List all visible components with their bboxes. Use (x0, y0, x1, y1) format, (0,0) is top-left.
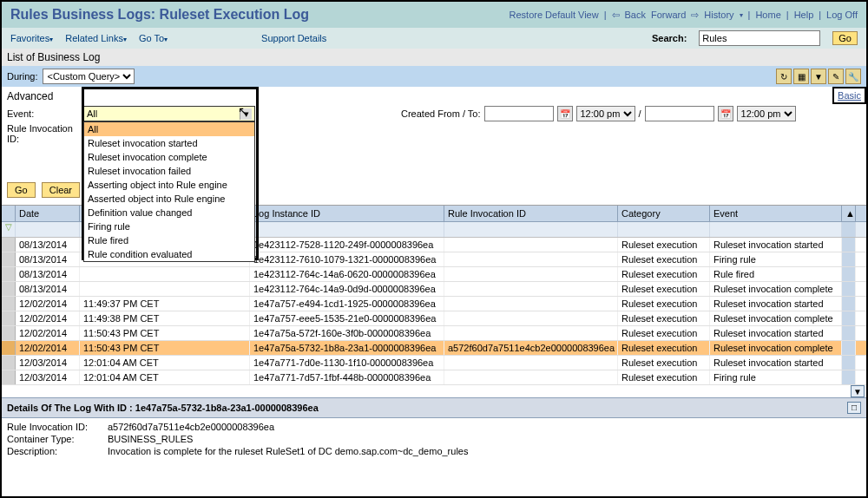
nav-related[interactable]: Related Links▾ (65, 33, 127, 43)
col-ruleinv[interactable]: Rule Invocation ID (444, 206, 618, 221)
event-option[interactable]: Rule condition evaluated (84, 247, 254, 261)
detail-ruleinv-label: Rule Invocation ID: (7, 422, 108, 432)
export-icon[interactable]: ▦ (793, 69, 809, 84)
rule-invocation-label: Rule Invocation ID: (7, 123, 83, 144)
event-option[interactable]: Asserting object into Rule engine (84, 178, 254, 192)
table-row[interactable]: 12/02/201411:49:37 PM CET1e47a757-e494-1… (2, 297, 866, 311)
during-select[interactable]: <Custom Query> (43, 69, 135, 84)
logoff-link[interactable]: Log Off (826, 10, 858, 20)
event-option[interactable]: Ruleset invocation started (84, 136, 254, 150)
scroll-up-icon[interactable]: ▲ (842, 206, 856, 221)
table-row[interactable]: 08/13/20141e423112-764c-14a6-0620-000000… (2, 267, 866, 282)
detail-desc-label: Description: (7, 446, 108, 456)
detail-container-value: BUSINESS_RULES (108, 434, 193, 444)
toolbar-icons: ↻ ▦ ▼ ✎ 🔧 (776, 69, 861, 84)
time-to-select[interactable]: 12:00 pm (737, 106, 796, 121)
help-link[interactable]: Help (794, 10, 814, 20)
list-title: List of Business Log (2, 49, 866, 66)
collapse-icon[interactable]: □ (847, 402, 861, 414)
search-go-button[interactable]: Go (832, 31, 858, 45)
details-header: Details Of The Log With ID : 1e47a75a-57… (2, 397, 866, 418)
calendar-from-icon[interactable]: 📅 (557, 106, 573, 121)
table-row[interactable]: 12/03/201412:01:04 AM CET1e47a771-7d57-1… (2, 370, 866, 385)
nav-bar: Favorites▾ Related Links▾ Go To▾ Support… (2, 28, 866, 49)
query-bar: During: <Custom Query> ↻ ▦ ▼ ✎ 🔧 Basic (2, 66, 866, 87)
filter-icon[interactable]: ▼ (811, 69, 826, 84)
home-link[interactable]: Home (755, 10, 780, 20)
detail-container-label: Container Type: (7, 434, 108, 444)
filter-icon[interactable]: ▽ (2, 222, 16, 237)
history-link[interactable]: History (704, 10, 733, 20)
event-option[interactable]: Asserted object into Rule engine (84, 192, 254, 206)
forward-arrow-icon[interactable]: ⇨ (691, 10, 699, 21)
during-label: During: (7, 71, 37, 82)
back-arrow-icon[interactable]: ⇦ (612, 10, 620, 21)
details-title: Details Of The Log With ID : 1e47a75a-57… (7, 403, 319, 413)
time-from-select[interactable]: 12:00 pm (576, 106, 635, 121)
details-body: Rule Invocation ID:a572f60d7a7511e4cb2e0… (2, 418, 866, 462)
col-logid[interactable]: Log Instance ID (250, 206, 444, 221)
forward-link[interactable]: Forward (651, 10, 686, 20)
event-option[interactable]: All (84, 122, 254, 136)
event-option[interactable]: Firing rule (84, 220, 254, 233)
event-option[interactable]: Definition value changed (84, 206, 254, 220)
table-row[interactable]: 12/02/201411:49:38 PM CET1e47a757-eee5-1… (2, 311, 866, 326)
go-button[interactable]: Go (7, 182, 36, 198)
nav-support[interactable]: Support Details (261, 33, 326, 43)
detail-ruleinv-value: a572f60d7a7511e4cb2e0000008396ea (108, 422, 274, 432)
event-option[interactable]: Ruleset invocation failed (84, 164, 254, 178)
nav-favorites[interactable]: Favorites▾ (10, 33, 53, 43)
tools-icon[interactable]: 🔧 (845, 69, 861, 84)
date-to-input[interactable] (645, 106, 714, 121)
detail-desc-value: Invocation is complete for the ruleset R… (108, 446, 468, 456)
date-from-input[interactable] (484, 106, 554, 121)
page-title: Rules Business Logs: Ruleset Execution L… (10, 7, 309, 23)
col-category[interactable]: Category (618, 206, 710, 221)
nav-goto[interactable]: Go To▾ (139, 33, 168, 43)
restore-default-link[interactable]: Restore Default View (510, 10, 599, 20)
search-input[interactable] (699, 30, 820, 46)
header-links: Restore Default View | ⇦ Back Forward ⇨ … (510, 10, 858, 21)
created-label: Created From / To: (401, 108, 481, 119)
table-row[interactable]: 12/02/201411:50:43 PM CET1e47a75a-5732-1… (2, 341, 866, 356)
settings-icon[interactable]: ✎ (828, 69, 844, 84)
dropdown-arrow-icon[interactable]: ▾ (240, 108, 252, 120)
table-row[interactable]: 12/02/201411:50:43 PM CET1e47a75a-572f-1… (2, 326, 866, 341)
back-link[interactable]: Back (625, 10, 646, 20)
advanced-title: Advanced (7, 90, 861, 102)
table-row[interactable]: 12/03/201412:01:04 AM CET1e47a771-7d0e-1… (2, 356, 866, 370)
event-option[interactable]: Ruleset invocation complete (84, 150, 254, 164)
calendar-to-icon[interactable]: 📅 (718, 106, 733, 121)
advanced-area: Advanced Event: All▾ AllRuleset invocati… (2, 87, 866, 205)
created-from-to: Created From / To: 📅 12:00 pm / 📅 12:00 … (401, 106, 796, 121)
refresh-icon[interactable]: ↻ (776, 69, 792, 84)
event-label: Event: (7, 108, 83, 119)
header-bar: Rules Business Logs: Ruleset Execution L… (2, 2, 866, 28)
col-date[interactable]: Date (16, 206, 80, 221)
col-event[interactable]: Event (710, 206, 842, 221)
table-row[interactable]: 08/13/20141e423112-764c-14a9-0d9d-000000… (2, 282, 866, 297)
event-option[interactable]: Rule fired (84, 233, 254, 247)
event-select[interactable]: All▾ (83, 106, 255, 121)
scroll-down-icon[interactable]: ▼ (851, 385, 865, 397)
search-label: Search: (652, 33, 687, 43)
clear-button[interactable]: Clear (42, 182, 80, 198)
event-dropdown: AllRuleset invocation startedRuleset inv… (83, 121, 255, 262)
